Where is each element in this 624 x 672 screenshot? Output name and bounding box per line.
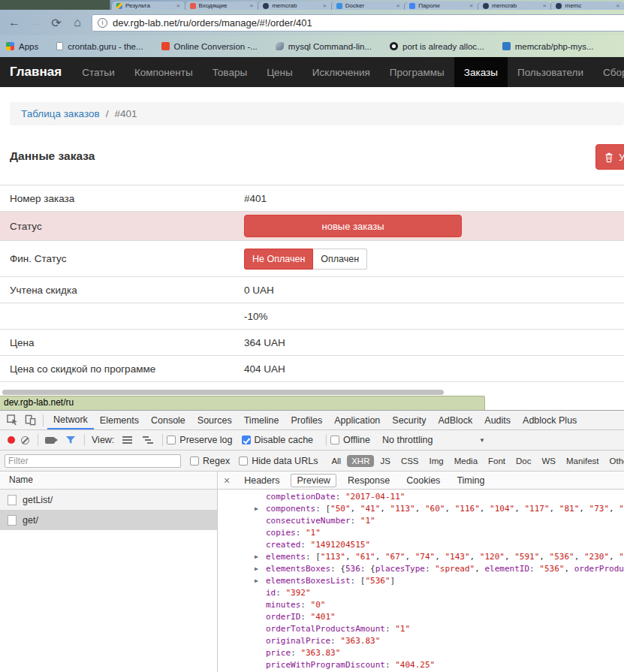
- nav-item[interactable]: Сборка: [593, 57, 624, 87]
- screenshot-icon[interactable]: [45, 437, 55, 444]
- tab-close-icon[interactable]: ×: [543, 2, 547, 9]
- tab-close-icon[interactable]: ×: [249, 2, 253, 9]
- bookmark-item[interactable]: Online Conversion -...: [161, 42, 258, 51]
- devtools-tab[interactable]: Profiles: [285, 411, 328, 429]
- view-waterfall-icon[interactable]: [143, 436, 153, 444]
- site-info-icon[interactable]: i: [98, 18, 107, 28]
- checkbox[interactable]: [167, 435, 176, 444]
- device-toolbar-icon[interactable]: [21, 411, 39, 429]
- filter-pill[interactable]: Img: [425, 455, 448, 467]
- delete-order-button[interactable]: У: [595, 144, 624, 170]
- request-row[interactable]: get/: [0, 510, 217, 530]
- nav-item[interactable]: Заказы: [454, 57, 508, 87]
- checkbox[interactable]: [242, 435, 251, 444]
- close-icon[interactable]: ×: [224, 475, 230, 487]
- filter-pill[interactable]: CSS: [396, 455, 424, 467]
- filter-pill[interactable]: Manifest: [562, 455, 603, 467]
- filter-pill[interactable]: Font: [484, 455, 510, 467]
- devtools-tab[interactable]: Elements: [94, 411, 145, 429]
- filter-pill[interactable]: JS: [375, 455, 394, 467]
- filter-input[interactable]: [5, 454, 181, 468]
- filter-pill[interactable]: WS: [538, 455, 561, 467]
- tab-close-icon[interactable]: ×: [396, 2, 400, 9]
- horizontal-scrollbar-thumb[interactable]: [2, 390, 444, 395]
- detail-tab[interactable]: Response: [342, 475, 395, 487]
- nav-item[interactable]: Товары: [203, 57, 257, 87]
- expand-icon[interactable]: ▶: [255, 503, 258, 515]
- network-checkbox-row[interactable]: Preserve log: [167, 435, 232, 445]
- navbar-brand[interactable]: Главная: [0, 57, 72, 87]
- nav-item[interactable]: Цены: [257, 57, 303, 87]
- regex-checkbox[interactable]: [190, 457, 199, 466]
- forward-icon[interactable]: →: [29, 16, 42, 29]
- devtools-tab[interactable]: AdBlock: [432, 411, 478, 429]
- address-bar[interactable]: i dev.rgb-lab.net/ru/orders/manage/#!/or…: [92, 14, 624, 32]
- bookmark-item[interactable]: crontab.guru - the...: [56, 42, 143, 51]
- detail-tab[interactable]: Timing: [451, 475, 490, 487]
- filter-pill[interactable]: Other: [605, 455, 624, 467]
- devtools-tab[interactable]: Network: [47, 411, 94, 429]
- bookmark-item[interactable]: Apps: [6, 42, 38, 51]
- tab-close-icon[interactable]: ×: [469, 2, 473, 9]
- detail-tab[interactable]: Headers: [239, 475, 285, 487]
- bookmark-item[interactable]: memcrab/php-mys...: [502, 42, 594, 51]
- network-checkbox-row[interactable]: Disable cache: [242, 435, 314, 445]
- browser-tab[interactable]: Результа×: [111, 2, 185, 10]
- filter-pill[interactable]: Media: [450, 455, 482, 467]
- order-row-label: Фин. Статус: [0, 241, 244, 277]
- throttling-select[interactable]: No throttling: [382, 435, 433, 445]
- expand-icon[interactable]: ▶: [255, 551, 258, 563]
- hide-data-urls-checkbox[interactable]: [239, 457, 248, 466]
- expand-icon[interactable]: ▶: [255, 575, 258, 587]
- filter-pill[interactable]: All: [327, 455, 345, 467]
- browser-tab[interactable]: Docker×: [331, 2, 405, 10]
- hide-data-urls-checkbox-row[interactable]: Hide data URLs: [239, 456, 318, 466]
- filter-pill[interactable]: XHR: [347, 455, 374, 467]
- devtools-tab[interactable]: Application: [328, 411, 386, 429]
- requests-name-header[interactable]: Name: [0, 472, 217, 490]
- devtools-tab[interactable]: Console: [145, 411, 191, 429]
- network-checkbox-row[interactable]: Offline: [330, 435, 370, 445]
- checkbox[interactable]: [330, 435, 339, 444]
- tab-close-icon[interactable]: ×: [616, 2, 619, 9]
- fin-status-option[interactable]: Не Оплачен: [244, 249, 313, 270]
- chevron-down-icon[interactable]: ▼: [479, 437, 485, 444]
- fin-status-option[interactable]: Оплачен: [313, 249, 367, 270]
- breadcrumb-link[interactable]: Таблица заказов: [21, 108, 100, 119]
- request-row[interactable]: getList/: [0, 490, 217, 510]
- clear-icon[interactable]: [21, 436, 29, 444]
- nav-item[interactable]: Программы: [380, 57, 454, 87]
- order-status-button[interactable]: новые заказы: [244, 215, 462, 237]
- devtools-tab[interactable]: Timeline: [238, 411, 285, 429]
- browser-tab[interactable]: memcrab×: [478, 2, 551, 10]
- detail-tab[interactable]: Cookies: [401, 475, 445, 487]
- gmail-favicon: [190, 3, 196, 9]
- expand-icon[interactable]: ▶: [255, 563, 258, 575]
- devtools-tab[interactable]: Sources: [191, 411, 238, 429]
- devtools-tab[interactable]: Security: [386, 411, 432, 429]
- devtools-tab[interactable]: Adblock Plus: [517, 411, 583, 429]
- reload-icon[interactable]: ⟳: [50, 16, 63, 30]
- bookmark-item[interactable]: mysql Command-lin...: [276, 42, 372, 51]
- regex-checkbox-row[interactable]: Regex: [190, 456, 230, 466]
- inspect-element-icon[interactable]: [3, 411, 21, 429]
- tab-close-icon[interactable]: ×: [176, 2, 180, 9]
- detail-tab[interactable]: Preview: [291, 474, 336, 487]
- nav-item[interactable]: Исключения: [303, 57, 380, 87]
- browser-tab[interactable]: Пароли×: [404, 2, 478, 10]
- bookmark-item[interactable]: port is already alloc...: [390, 42, 484, 51]
- filter-icon[interactable]: [65, 435, 76, 444]
- home-icon[interactable]: ⌂: [71, 16, 84, 29]
- nav-item[interactable]: Компоненты: [125, 57, 203, 87]
- devtools-tab[interactable]: Audits: [478, 411, 517, 429]
- nav-item[interactable]: Статьи: [72, 57, 125, 87]
- view-list-icon[interactable]: [122, 436, 132, 444]
- back-icon[interactable]: ←: [8, 16, 21, 29]
- browser-tab[interactable]: Входящие×: [185, 2, 258, 10]
- browser-tab[interactable]: memc×: [550, 2, 624, 10]
- filter-pill[interactable]: Doc: [511, 455, 535, 467]
- browser-tab[interactable]: memcrab×: [258, 2, 331, 10]
- tab-close-icon[interactable]: ×: [323, 2, 327, 9]
- record-icon[interactable]: [8, 436, 15, 444]
- nav-item[interactable]: Пользователи: [508, 57, 593, 87]
